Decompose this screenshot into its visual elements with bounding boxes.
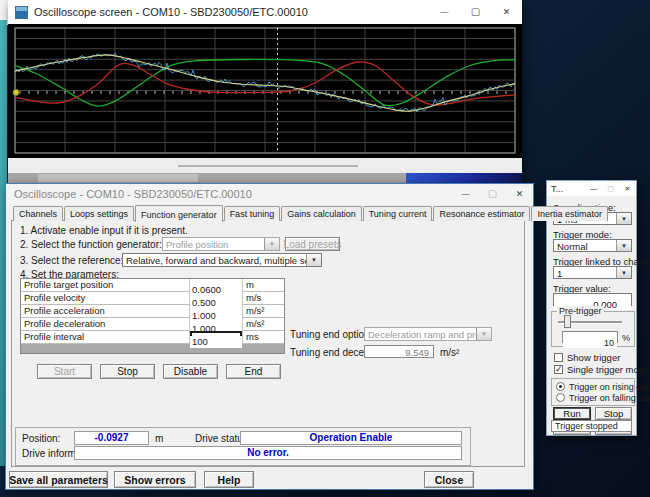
chevron-down-icon[interactable] — [306, 254, 321, 266]
position-unit: m — [155, 433, 163, 444]
tab-inertia-estimator[interactable]: Inertia estimator — [531, 206, 608, 221]
chevron-down-icon[interactable] — [616, 267, 631, 278]
rising-edge-label: Trigger on rising edge — [569, 382, 650, 392]
chevron-down-icon[interactable] — [616, 213, 631, 224]
param-label: Profile interval — [21, 331, 190, 343]
tab-fast-tuning[interactable]: Fast tuning — [224, 206, 281, 221]
trigger-channel-select[interactable]: 1 — [553, 266, 632, 279]
tuning-window-title: Oscilloscope - COM10 - SBD230050/ETC.000… — [14, 188, 452, 200]
start-button: Start — [37, 364, 92, 379]
tuning-end-option-select[interactable]: Deceleration ramp and previous state — [364, 327, 492, 341]
maximize-icon[interactable] — [460, 0, 491, 24]
splitter-handle[interactable] — [178, 165, 358, 167]
scope-window-title: Oscilloscope screen - COM10 - SBD230050/… — [34, 6, 429, 18]
position-value: -0.0927 — [74, 431, 149, 445]
show-errors-button[interactable]: Show errors — [114, 471, 196, 488]
function-generator-select[interactable]: Profile position — [162, 237, 280, 251]
maximize-icon — [479, 185, 506, 203]
param-value-cell — [190, 318, 243, 330]
pre-trigger-group: Pre-trigger % — [551, 311, 635, 347]
oscilloscope-tuning-window: Oscilloscope - COM10 - SBD230050/ETC.000… — [5, 183, 534, 490]
close-icon[interactable] — [619, 181, 636, 196]
tab-function-generator[interactable]: Function generator — [135, 205, 223, 222]
param-label: Profile acceleration — [21, 305, 190, 317]
tab-resonance-estimator[interactable]: Resonance estimator — [433, 206, 530, 221]
function-generator-panel: 1. Activate enable input if it is presen… — [11, 220, 525, 467]
pre-trigger-unit: % — [622, 333, 630, 343]
single-trigger-label: Single trigger mode — [567, 364, 649, 375]
position-label: Position: — [22, 433, 60, 444]
param-value-cell — [190, 292, 243, 304]
param-value-cell — [190, 279, 243, 291]
chevron-down-icon[interactable] — [476, 328, 491, 340]
trigger-titlebar: T... — [547, 181, 636, 196]
param-label: Profile target position — [21, 279, 190, 291]
param-label: Profile velocity — [21, 292, 190, 304]
param-unit: m — [243, 279, 284, 291]
stop-button[interactable]: Stop — [595, 407, 632, 420]
scope-plot — [8, 24, 522, 158]
end-button[interactable]: End — [226, 364, 281, 379]
drive-information-value: No error. — [74, 446, 462, 460]
app-icon — [15, 6, 28, 19]
trigger-channel-value: 1 — [554, 267, 616, 278]
pre-trigger-value-input[interactable] — [563, 338, 617, 348]
minimize-icon[interactable] — [585, 181, 602, 196]
falling-edge-row: Trigger on falling edge — [556, 392, 650, 403]
rising-edge-radio[interactable] — [556, 382, 565, 391]
falling-edge-radio[interactable] — [556, 393, 565, 402]
scope-titlebar: Oscilloscope screen - COM10 - SBD230050/… — [8, 0, 522, 24]
save-all-parameters-button[interactable]: Save all parameters — [9, 471, 108, 488]
single-trigger-checkbox[interactable] — [554, 365, 563, 374]
progress-bar — [406, 173, 522, 183]
falling-edge-label: Trigger on falling edge — [569, 393, 650, 403]
horizontal-scrollbar-thumb[interactable] — [38, 174, 198, 182]
param-unit: ms — [243, 331, 284, 343]
param-label: Profile deceleration — [21, 318, 190, 330]
tuning-end-deceleration-unit: m/s² — [440, 347, 459, 358]
tab-channels[interactable]: Channels — [13, 206, 63, 221]
param-unit: m/s² — [243, 318, 284, 330]
close-icon[interactable] — [491, 0, 522, 24]
disable-button[interactable]: Disable — [163, 364, 218, 379]
table-row: Profile velocity m/s — [21, 292, 284, 305]
drive-status-value: Operation Enable — [240, 431, 462, 445]
table-row: Profile deceleration m/s² — [21, 318, 284, 331]
reference-select[interactable]: Relative, forward and backward, multiple… — [122, 253, 322, 267]
tab-tuning-current[interactable]: Tuning current — [363, 206, 433, 221]
help-button[interactable]: Help — [204, 471, 254, 488]
oscilloscope-screen-window: Oscilloscope screen - COM10 - SBD230050/… — [8, 0, 522, 183]
parameters-table: Profile target position m Profile veloci… — [20, 278, 285, 354]
trigger-window-title: T... — [547, 184, 585, 194]
param-value-input[interactable] — [190, 336, 242, 348]
load-presets-button: Load presets — [285, 237, 340, 251]
tab-loops-settings[interactable]: Loops settings — [64, 206, 134, 221]
tab-gains-calculation[interactable]: Gains calculation — [281, 206, 362, 221]
pre-trigger-slider-thumb[interactable] — [564, 315, 571, 328]
minimize-icon[interactable] — [429, 0, 460, 24]
show-trigger-row: Show trigger — [554, 352, 620, 363]
function-generator-value: Profile position — [163, 238, 264, 250]
chevron-down-icon[interactable] — [264, 238, 279, 250]
stop-button[interactable]: Stop — [100, 364, 155, 379]
step2-label: 2. Select the function generator: — [20, 239, 162, 250]
table-row: Profile acceleration m/s² — [21, 305, 284, 318]
chevron-down-icon[interactable] — [616, 240, 631, 251]
close-button[interactable]: Close — [424, 471, 474, 488]
tuning-end-option-value: Deceleration ramp and previous state — [365, 328, 476, 340]
show-trigger-checkbox[interactable] — [554, 353, 563, 362]
param-value-cell — [190, 305, 243, 317]
single-trigger-row: Single trigger mode — [554, 364, 649, 375]
close-icon[interactable] — [506, 185, 533, 203]
rising-edge-row: Trigger on rising edge — [556, 381, 650, 392]
desktop: Oscilloscope screen - COM10 - SBD230050/… — [0, 0, 650, 497]
minimize-icon[interactable] — [452, 185, 479, 203]
trigger-mode-select[interactable]: Normal — [553, 239, 632, 252]
param-value-cell — [190, 331, 243, 343]
run-button[interactable]: Run — [553, 407, 591, 420]
step3-label: 3. Select the reference: — [20, 255, 123, 266]
table-row: Profile target position m — [21, 279, 284, 292]
scope-statusbar — [8, 173, 522, 183]
param-unit: m/s² — [243, 305, 284, 317]
table-row: Profile interval ms — [21, 331, 284, 344]
